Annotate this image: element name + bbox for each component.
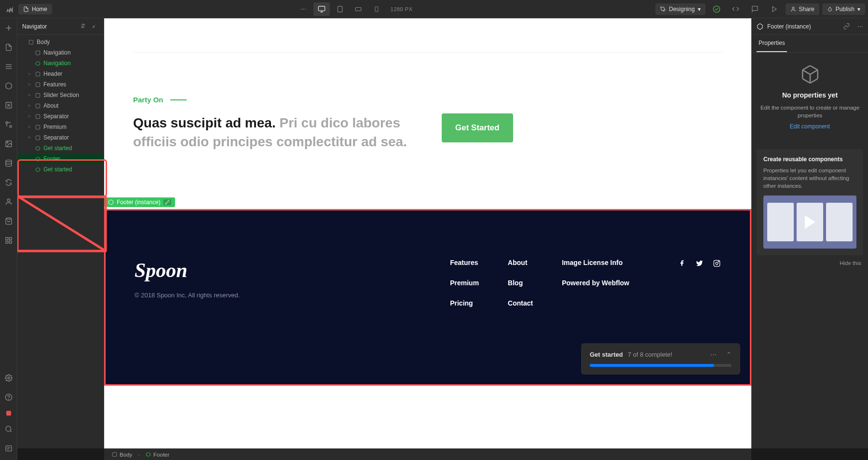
svg-rect-34 [29,40,33,44]
tree-item[interactable]: >Header [17,69,104,79]
copyright: © 2018 Spoon Inc, All rights reserved. [135,292,270,299]
expand-icon[interactable]: ⇵ [81,23,88,30]
tree-item[interactable]: >Separator [17,132,104,143]
tree-item[interactable]: >Slider Section [17,90,104,100]
footer-link[interactable]: Contact [508,299,533,307]
video-tutorial-icon[interactable] [6,411,11,416]
users-icon[interactable] [3,196,14,208]
comment-icon[interactable] [747,2,763,16]
svg-point-6 [713,6,719,12]
footer-link[interactable]: Image License Info [562,259,629,266]
footer-link[interactable]: Features [450,259,479,266]
components-icon[interactable] [3,80,14,92]
edit-component-link[interactable]: Edit component [759,123,861,130]
svg-rect-41 [36,125,40,129]
check-icon[interactable] [708,2,725,16]
variables-icon[interactable] [3,99,14,111]
chevron-down-icon: ▾ [698,6,701,13]
more-icon[interactable]: ⋯ [295,2,312,16]
tree-item[interactable]: >Separator [17,111,104,122]
rp-heading: Footer (instance) [767,23,811,30]
svg-rect-0 [318,6,325,11]
publish-button[interactable]: Publish ▾ [822,3,865,15]
selection-badge[interactable]: Footer (instance) [104,197,175,207]
settings-icon[interactable] [3,372,14,384]
cms-icon[interactable] [3,157,14,169]
page-selector[interactable]: Home [18,4,52,14]
component-icon [146,452,151,457]
instagram-icon[interactable] [712,259,721,267]
component-icon [757,23,763,30]
frame-icon [112,452,117,457]
tree-item[interactable]: Get started [17,164,104,175]
tablet-icon[interactable] [332,2,348,16]
tree-item[interactable]: Get started [17,143,104,153]
right-panel: Footer (instance) ⋯ Properties No proper… [751,18,868,448]
info-card: Create reusable components Properties le… [757,149,863,255]
tree-item[interactable]: >Premium [17,122,104,132]
tree-item[interactable]: Navigation [17,47,104,58]
twitter-icon[interactable] [695,259,704,267]
toast-more-icon[interactable]: ⋯ [710,351,717,358]
page-name: Home [32,6,47,13]
footer-link[interactable]: Premium [450,279,479,287]
footer-link[interactable]: Pricing [450,299,479,307]
cube-icon [800,64,820,84]
add-icon[interactable] [3,22,14,34]
svg-rect-23 [9,237,12,240]
play-icon[interactable] [766,2,783,16]
svg-rect-22 [6,237,8,240]
tree-item[interactable]: Body [17,37,104,47]
svg-rect-36 [36,72,40,76]
more-icon[interactable]: ⋯ [857,23,863,30]
tree-item[interactable]: Footer [17,153,104,164]
svg-line-30 [10,431,12,432]
search-icon[interactable] [3,423,14,435]
desktop-icon[interactable] [313,2,330,16]
crumb-footer[interactable]: Footer [143,451,172,459]
help-icon[interactable] [3,391,14,403]
code-icon[interactable] [728,2,744,16]
svg-rect-39 [36,104,40,108]
pin-icon[interactable] [91,23,99,30]
mode-selector[interactable]: Designing ▾ [655,3,705,15]
facebook-icon[interactable] [678,259,686,267]
crumb-body[interactable]: Body [109,451,135,459]
hide-this-link[interactable]: Hide this [752,255,868,271]
mobile-icon[interactable] [368,2,385,16]
svg-point-44 [716,262,718,265]
cta-headline: Quas suscipit ad mea. Pri cu dico labore… [133,113,422,151]
pages-icon[interactable] [3,42,14,53]
navigator-icon[interactable] [3,61,14,72]
footer-link[interactable]: About [508,259,533,266]
properties-tab[interactable]: Properties [757,35,787,52]
svg-rect-5 [375,7,378,12]
no-properties-hint: Edit the component to create or manage p… [759,104,861,119]
audit-icon[interactable] [3,443,14,454]
info-title: Create reusable components [763,156,856,163]
footer-section[interactable]: Spoon © 2018 Spoon Inc, All rights reser… [104,209,751,386]
tree-item[interactable]: >Features [17,79,104,90]
edit-icon[interactable] [163,199,171,205]
share-button[interactable]: Share [786,3,819,15]
get-started-button[interactable]: Get Started [442,113,513,142]
webflow-logo-icon[interactable] [3,3,15,15]
styles-icon[interactable] [3,119,14,130]
info-thumbnail[interactable] [763,195,856,249]
unlink-icon[interactable] [843,23,850,29]
logic-icon[interactable] [3,177,14,188]
landscape-icon[interactable] [350,2,366,16]
tree-item[interactable]: >About [17,100,104,111]
toast-title: Get started [590,351,623,358]
toast-collapse-icon[interactable]: ⌃ [726,351,732,358]
social-links [678,259,721,267]
apps-icon[interactable] [3,235,14,246]
footer-link[interactable]: Powered by Webflow [562,279,629,287]
ecommerce-icon[interactable] [3,215,14,227]
assets-icon[interactable] [3,138,14,150]
footer-link[interactable]: Blog [508,279,533,287]
svg-point-8 [792,7,794,9]
cta-section[interactable]: Party On Quas suscipit ad mea. Pri cu di… [104,18,751,209]
tree-item[interactable]: Navigation [17,58,104,69]
svg-rect-25 [6,241,8,243]
